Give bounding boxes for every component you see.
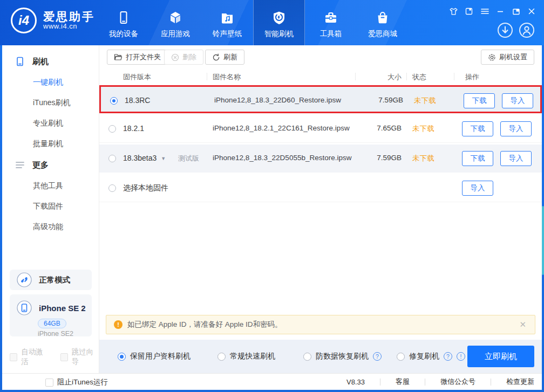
logo-i4-icon: i4 — [11, 8, 37, 33]
shield-flash-icon — [271, 10, 287, 25]
firmware-size: 7.59GB — [349, 96, 403, 104]
theme-shirt-icon[interactable] — [448, 6, 458, 16]
sidebar-item-label: iTunes刷机 — [33, 98, 71, 108]
delete-circle-icon — [171, 53, 179, 61]
firmware-rows: 18.3RC▼ iPhone12,8_18.3_22D60_Restore.ip… — [99, 85, 542, 202]
sidebar-item[interactable]: 下载固件 — [2, 196, 99, 217]
firmware-version: 选择本地固件▼ — [123, 183, 168, 193]
nav-smart-flash[interactable]: 智能刷机 — [253, 0, 305, 45]
firmware-name: iPhone12,8_18.3_22D60_Restore.ipsw — [214, 96, 341, 104]
close-icon[interactable] — [527, 6, 536, 16]
nav-store[interactable]: 爱思商城 — [357, 0, 409, 45]
ringtone-folder-icon — [220, 10, 235, 25]
menu-icon[interactable] — [480, 6, 489, 16]
import-button[interactable]: 导入 — [462, 181, 493, 196]
feedback-note-icon[interactable] — [464, 6, 474, 16]
warning-icon: ! — [114, 320, 123, 329]
flash-settings-button[interactable]: 刷机设置 — [481, 50, 534, 65]
statusbar-link-support[interactable]: 客服 — [395, 377, 411, 387]
firmware-row[interactable]: 选择本地固件▼ 下载 导入 — [99, 174, 542, 202]
sidebar-group-flash: 刷机 一键刷机 iTunes刷机 专业刷机 批量刷机 — [2, 51, 99, 154]
user-account-icon[interactable] — [518, 22, 535, 39]
download-center-icon[interactable] — [497, 22, 514, 39]
sidebar-item[interactable]: 批量刷机 — [2, 134, 99, 154]
sidebar-item-label: 一键刷机 — [33, 78, 63, 87]
app-window: i4 爱思助手 www.i4.cn 我的设备 应用游戏 铃声壁纸 智能刷机 — [0, 0, 544, 392]
flash-options-panel: 保留用户资料刷机 ? ! 常规快速刷机 ? ! 防数据恢复刷机 ? ! 修复刷机… — [99, 340, 542, 373]
nav-label: 我的设备 — [109, 29, 138, 39]
checkbox-icon — [60, 353, 68, 361]
firmware-version: 18.3beta3▼ — [123, 154, 166, 162]
auto-activate-checkbox[interactable]: 自动激活 — [10, 347, 49, 367]
statusbar-link-wechat[interactable]: 微信公众号 — [439, 377, 477, 387]
nav-label: 智能刷机 — [264, 29, 294, 39]
option-label: 保留用户资料刷机 — [130, 352, 191, 361]
checkbox-label: 跳过向导 — [72, 347, 99, 367]
version-dropdown-icon[interactable]: ▼ — [161, 156, 166, 161]
statusbar: 阻止iTunes运行 V8.33 客服 微信公众号 检查更新 — [2, 373, 542, 390]
flash-option-radio[interactable]: 常规快速刷机 ? ! — [217, 352, 275, 361]
skip-setup-checkbox[interactable]: 跳过向导 — [60, 347, 99, 367]
table-header: 固件版本 固件名称 大小 状态 操作 — [99, 67, 542, 85]
sidebar-item-label: 其他工具 — [33, 181, 63, 191]
row-radio[interactable] — [108, 184, 116, 192]
connection-mode-icon — [16, 272, 32, 288]
phone-icon — [15, 57, 25, 66]
sidebar-item[interactable]: 专业刷机 — [2, 113, 99, 134]
open-folder-button[interactable]: 打开文件夹 — [107, 50, 168, 65]
nav-apps-games[interactable]: 应用游戏 — [149, 0, 201, 45]
flash-option-radio[interactable]: 防数据恢复刷机 ? ! — [303, 352, 382, 361]
nav-label: 工具箱 — [320, 29, 342, 39]
flash-now-button[interactable]: 立即刷机 — [467, 346, 534, 367]
help-icon[interactable]: ? — [444, 352, 452, 361]
info-icon[interactable]: ! — [457, 352, 465, 361]
checkbox-icon — [10, 353, 17, 361]
firmware-size: 7.65GB — [348, 124, 402, 132]
nav-ringtones-wallpapers[interactable]: 铃声壁纸 — [201, 0, 253, 45]
download-button[interactable]: 下载 — [464, 93, 495, 108]
version-label: V8.33 — [345, 378, 366, 386]
statusbar-link-update[interactable]: 检查更新 — [505, 377, 535, 387]
scrollbar-thumb[interactable] — [542, 206, 544, 275]
option-label: 防数据恢复刷机 — [316, 352, 369, 361]
flash-option-radio[interactable]: 修复刷机 ? ! — [397, 352, 465, 361]
radio-icon — [118, 353, 126, 361]
row-radio[interactable] — [108, 125, 116, 133]
maximize-icon[interactable] — [511, 6, 521, 16]
block-itunes-checkbox[interactable]: 阻止iTunes运行 — [45, 377, 108, 387]
delete-button[interactable]: 删除 — [164, 50, 203, 65]
refresh-button[interactable]: 刷新 — [205, 50, 244, 65]
nav-my-device[interactable]: 我的设备 — [98, 0, 149, 45]
nav-label: 应用游戏 — [161, 29, 190, 39]
row-radio[interactable] — [108, 155, 116, 162]
import-button[interactable]: 导入 — [500, 121, 532, 136]
firmware-row[interactable]: 18.2.1▼ iPhone12,8_18.2.1_22C161_Restore… — [99, 115, 542, 143]
sidebar-item[interactable]: iTunes刷机 — [2, 93, 99, 113]
app-logo: i4 爱思助手 www.i4.cn — [11, 8, 95, 33]
notice-close-icon[interactable]: ✕ — [518, 320, 527, 329]
import-button[interactable]: 导入 — [500, 151, 532, 166]
nav-label: 铃声壁纸 — [213, 29, 242, 39]
row-radio[interactable] — [110, 97, 118, 105]
menu-lines-icon — [15, 161, 25, 169]
import-button[interactable]: 导入 — [502, 93, 533, 108]
firmware-row[interactable]: 18.3RC▼ iPhone12,8_18.3_22D60_Restore.ip… — [99, 85, 542, 113]
nav-toolbox[interactable]: 工具箱 — [305, 0, 357, 45]
apps-cube-icon — [168, 10, 183, 25]
download-button[interactable]: 下载 — [462, 151, 493, 166]
column-name: 固件名称 — [213, 72, 241, 82]
minimize-icon[interactable] — [495, 6, 505, 16]
firmware-row[interactable]: 18.3beta3▼ 测试版 iPhone12,8_18.3_22D5055b_… — [99, 145, 542, 173]
refresh-icon — [212, 53, 220, 61]
device-card: iPhone SE 2 64GB iPhone SE2 — [10, 294, 92, 336]
sidebar-item-label: 下载固件 — [33, 202, 63, 211]
download-button[interactable]: 下载 — [462, 121, 493, 136]
sidebar-item[interactable]: 一键刷机 — [2, 72, 99, 93]
sidebar-item[interactable]: 其他工具 — [2, 176, 99, 196]
help-icon[interactable]: ? — [373, 352, 382, 361]
sidebar-item[interactable]: 高级功能 — [2, 217, 99, 237]
sidebar-item-label: 批量刷机 — [33, 139, 63, 149]
firmware-name: iPhone12,8_18.3_22D5055b_Restore.ipsw — [213, 154, 351, 162]
statusbar-links: V8.33 客服 微信公众号 检查更新 — [345, 374, 535, 390]
flash-option-radio[interactable]: 保留用户资料刷机 ? ! — [118, 352, 191, 361]
